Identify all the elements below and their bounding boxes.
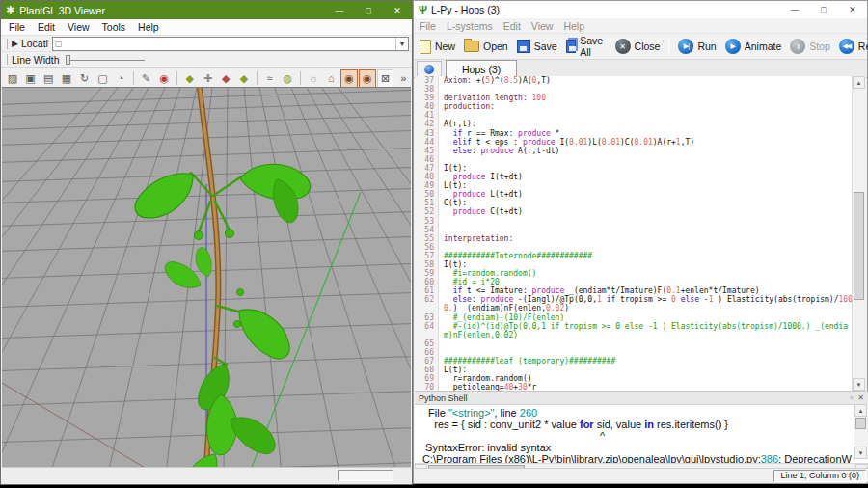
save-icon[interactable]: ▣: [22, 69, 40, 88]
record-icon[interactable]: ◉: [155, 69, 173, 88]
scrollbar-thumb[interactable]: [855, 418, 866, 429]
code-line[interactable]: 63 #_(endiam)-(10)/F(enlen): [415, 313, 854, 322]
scroll-up-button[interactable]: ▲: [853, 76, 865, 89]
menu-view[interactable]: View: [531, 20, 554, 32]
axis-z-icon[interactable]: ◆: [235, 69, 253, 88]
code-line[interactable]: 51C(t):: [415, 199, 854, 207]
code-line[interactable]: 50 produce L(t+dt): [415, 190, 854, 199]
code-editor[interactable]: 37Axiom: +(5)^(8.5)A(0,T)3839derivation …: [415, 76, 854, 391]
new-document-icon[interactable]: ▢: [95, 69, 112, 88]
rewind-button[interactable]: ◀◀Rewind: [839, 39, 868, 54]
maximize-button[interactable]: □: [354, 1, 383, 19]
close-button[interactable]: ✕Close: [615, 39, 661, 54]
menu-view[interactable]: View: [68, 21, 90, 33]
new-button[interactable]: New: [420, 40, 455, 54]
camera-eye-icon[interactable]: ◉: [340, 69, 358, 88]
lpy-titlebar[interactable]: Ψ L-Py - Hops (3) — □ ✕: [414, 1, 867, 18]
stop-button[interactable]: ‖Stop: [790, 39, 830, 54]
code-line[interactable]: 64 #-(id)^(id)@Tp(0,0,1 if tropism >= 0 …: [415, 322, 854, 339]
wireframe-icon[interactable]: ⊠: [377, 69, 394, 88]
menu-file[interactable]: File: [9, 21, 25, 33]
code-line[interactable]: 52 produce C(t+dt): [415, 207, 854, 216]
code-line[interactable]: 41: [415, 111, 854, 120]
minimize-button[interactable]: —: [325, 1, 354, 19]
code-line[interactable]: 69 r=random.random(): [415, 374, 854, 383]
code-line[interactable]: 59 #i=random.random(): [415, 269, 854, 278]
save-button[interactable]: Save: [517, 40, 557, 53]
home-icon[interactable]: ⌂: [323, 69, 340, 88]
python-shell-output[interactable]: File "<string>", line 260 res = { sid : …: [415, 405, 868, 463]
menu-help[interactable]: Help: [138, 21, 159, 33]
shell-scrollbar[interactable]: ▲ ▼: [854, 404, 868, 459]
code-line[interactable]: 44 elif t < eps : produce I(0.01)L(0.01)…: [415, 138, 854, 147]
refresh-icon[interactable]: ↻: [76, 69, 94, 88]
code-line[interactable]: 54: [415, 226, 854, 234]
python-shell-header[interactable]: Python Shell ▫ ✕: [415, 391, 868, 405]
editor-scrollbar[interactable]: ▲ ▼: [852, 76, 866, 391]
scroll-down-button[interactable]: ▼: [854, 447, 867, 459]
code-line[interactable]: 70 petioleang=40+30*r: [415, 383, 854, 391]
line-width-slider[interactable]: [66, 55, 145, 65]
code-line[interactable]: 57###########Internode############: [415, 252, 854, 260]
sphere-icon[interactable]: ◍: [279, 69, 296, 88]
menu-l-systems[interactable]: L-systems: [447, 20, 493, 32]
code-line[interactable]: 65: [415, 339, 854, 348]
code-line[interactable]: 47I(t):: [415, 164, 854, 173]
scroll-up-button[interactable]: ▲: [854, 404, 867, 417]
toolbar-overflow-icon[interactable]: »: [394, 69, 412, 88]
scroll-down-button[interactable]: ▼: [853, 378, 865, 391]
float-panel-icon[interactable]: ▫: [850, 393, 853, 402]
open-button[interactable]: Open: [464, 41, 508, 52]
code-line[interactable]: 68L(t):: [415, 366, 854, 374]
animate-button[interactable]: ▶Animate: [725, 39, 782, 54]
axis-x-icon[interactable]: ◆: [181, 69, 199, 88]
axis-free-icon[interactable]: ✚: [200, 69, 217, 88]
code-line[interactable]: 56: [415, 243, 854, 252]
scrollbar-thumb[interactable]: [854, 192, 864, 300]
edit-tools-icon[interactable]: ✎: [138, 69, 155, 88]
code-line[interactable]: 58I(t):: [415, 260, 854, 269]
plantgl-titlebar[interactable]: ✱ PlantGL 3D Viewer — □ ✕: [1, 1, 412, 19]
axis-y-icon[interactable]: ◆: [217, 69, 234, 88]
location-dropdown-arrow[interactable]: ▼: [395, 38, 408, 50]
code-line[interactable]: 40production:: [415, 102, 854, 111]
menu-edit[interactable]: Edit: [38, 21, 55, 33]
save-all-icon[interactable]: ▤: [40, 69, 57, 88]
save-all-button[interactable]: Save All: [566, 35, 607, 58]
tab-corner-button[interactable]: [417, 61, 442, 77]
3d-viewport[interactable]: [2, 87, 411, 470]
code-line[interactable]: 46: [415, 155, 854, 164]
code-line[interactable]: 61 if t <= Imature: produce _(endiam*t/I…: [415, 286, 854, 295]
code-line[interactable]: 39derivation length: 100: [415, 94, 854, 102]
code-line[interactable]: 43 if r == Rmax: produce *: [415, 129, 854, 138]
menu-help[interactable]: Help: [563, 20, 584, 32]
camera-eye2-icon[interactable]: ◉: [359, 69, 376, 88]
curve-icon[interactable]: ≈: [261, 69, 279, 88]
menu-file[interactable]: File: [420, 20, 436, 32]
code-line[interactable]: 49L(t):: [415, 181, 854, 190]
close-button[interactable]: ✕: [383, 1, 412, 19]
code-line[interactable]: 53: [415, 217, 854, 226]
open-file-icon[interactable]: ▨: [4, 69, 21, 88]
close-panel-icon[interactable]: ✕: [857, 393, 864, 402]
close-button[interactable]: ✕: [838, 1, 867, 18]
run-button[interactable]: ▶|Run: [678, 39, 716, 54]
tab-hops[interactable]: Hops (3): [446, 60, 517, 77]
code-line[interactable]: 60 #id = i*20: [415, 278, 854, 286]
code-line[interactable]: 45 else: produce A(r,t-dt): [415, 147, 854, 155]
code-line[interactable]: 55interpretation:: [415, 234, 854, 243]
history-icon[interactable]: ◔: [112, 69, 129, 88]
toolbar-grip[interactable]: [3, 54, 8, 65]
code-line[interactable]: 67###########leaf (temporary)##########: [415, 357, 854, 366]
snapshot-icon[interactable]: ▦: [58, 69, 75, 88]
code-line[interactable]: 37Axiom: +(5)^(8.5)A(0,T): [415, 76, 854, 85]
code-line[interactable]: 48 produce I(t+dt): [415, 173, 854, 181]
code-line[interactable]: 42A(r,t):: [415, 120, 854, 128]
light-icon[interactable]: ☼: [305, 69, 322, 88]
maximize-button[interactable]: □: [809, 1, 838, 18]
code-line[interactable]: 66: [415, 348, 854, 357]
code-line[interactable]: 62 else: produce -(Iangl)/@Tp(0,0,1 if t…: [415, 295, 854, 312]
slider-handle[interactable]: [66, 55, 70, 65]
toolbar-grip[interactable]: [3, 39, 8, 49]
menu-tools[interactable]: Tools: [102, 21, 126, 33]
